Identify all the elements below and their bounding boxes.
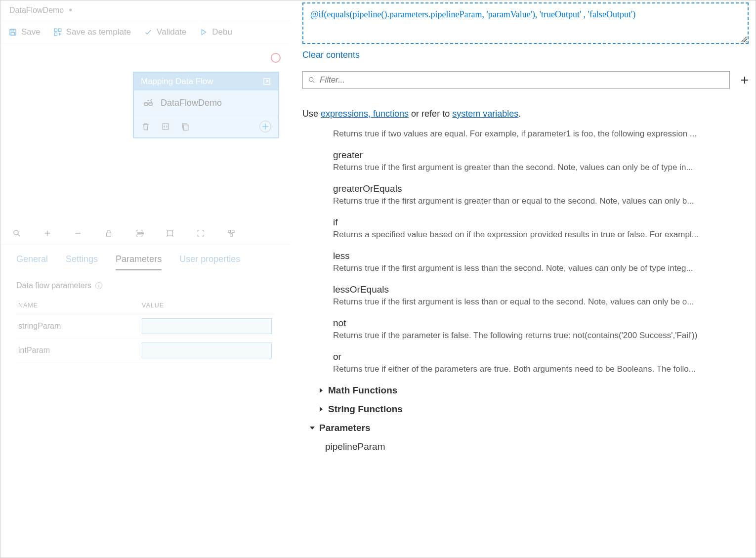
expression-builder-panel: @if(equals(pipeline().parameters.pipelin… [290, 0, 756, 558]
dataflow-params-section: Data flow parameters i NAME VALUE string… [0, 270, 290, 374]
tab-dataflowdemo[interactable]: DataFlowDemo • [0, 0, 81, 20]
parameter-item[interactable]: pipelineParam [325, 441, 739, 452]
params-section-title: Data flow parameters i [16, 281, 274, 290]
list-item[interactable]: not Returns true if the parameter is fal… [333, 318, 739, 341]
tab-title: DataFlowDemo [9, 6, 64, 15]
debug-button[interactable]: Debu [199, 27, 232, 37]
function-list[interactable]: Returns true if two values are equal. Fo… [302, 129, 749, 558]
node-body: DataFlowDemo [134, 90, 278, 115]
table-row: stringParam [16, 314, 274, 339]
save-as-template-button[interactable]: Save as template [53, 27, 131, 37]
canvas-toolbar: 100% [0, 222, 290, 245]
add-output-button[interactable] [259, 121, 271, 132]
tab-bar: DataFlowDemo • [0, 0, 290, 20]
code-icon[interactable] [161, 122, 170, 131]
fullscreen-icon[interactable] [196, 229, 205, 238]
svg-rect-12 [107, 233, 111, 236]
system-variables-link[interactable]: system variables [452, 109, 518, 119]
list-item[interactable]: if Returns a specified value based on if… [333, 217, 739, 240]
list-item: Returns true if two values are equal. Fo… [333, 129, 739, 139]
clear-contents-link[interactable]: Clear contents [302, 50, 749, 60]
svg-rect-2 [11, 32, 15, 35]
filter-box[interactable] [302, 71, 730, 89]
svg-point-11 [14, 230, 18, 235]
svg-text:100%: 100% [137, 232, 144, 235]
hint-text: Use expressions, functions or refer to s… [302, 109, 749, 119]
tab-user-properties[interactable]: User properties [179, 254, 240, 270]
svg-rect-14 [168, 231, 173, 236]
tab-settings[interactable]: Settings [66, 254, 98, 270]
svg-rect-4 [58, 29, 61, 31]
svg-rect-16 [232, 230, 235, 233]
category-string[interactable]: String Functions [318, 404, 739, 415]
zoom-100-icon[interactable]: 100% [135, 229, 144, 238]
copy-icon[interactable] [180, 122, 190, 131]
expression-textarea[interactable]: @if(equals(pipeline().parameters.pipelin… [302, 2, 749, 44]
save-icon [8, 28, 17, 37]
chevron-right-icon [318, 406, 324, 412]
add-button[interactable]: + [741, 72, 749, 88]
col-name: NAME [16, 297, 140, 314]
popout-icon[interactable] [262, 77, 271, 86]
zoom-in-icon[interactable] [43, 229, 52, 238]
node-header: Mapping Data Flow [134, 73, 278, 90]
svg-rect-17 [230, 234, 233, 237]
list-item[interactable]: lessOrEquals Returns true if the first a… [333, 284, 739, 307]
play-icon [199, 28, 208, 37]
dataflow-icon [143, 97, 154, 108]
svg-rect-3 [54, 29, 57, 31]
lock-icon[interactable] [104, 229, 113, 238]
svg-point-8 [149, 104, 152, 106]
save-button[interactable]: Save [8, 27, 41, 37]
svg-rect-1 [11, 29, 14, 31]
svg-rect-5 [54, 33, 57, 35]
params-table: NAME VALUE stringParam intParam [16, 297, 274, 363]
search-icon [308, 76, 316, 84]
tab-parameters[interactable]: Parameters [116, 254, 162, 270]
chevron-right-icon [318, 387, 324, 393]
zoom-out-icon[interactable] [74, 229, 83, 238]
category-parameters[interactable]: Parameters [309, 423, 739, 433]
template-icon [53, 28, 62, 37]
info-icon[interactable]: i [95, 282, 102, 289]
left-panel: DataFlowDemo • Save Save as template Val… [0, 0, 290, 558]
chevron-down-icon [309, 425, 315, 431]
list-item[interactable]: less Returns true if the first argument … [333, 251, 739, 273]
layout-icon[interactable] [227, 229, 236, 238]
dataflow-node[interactable]: Mapping Data Flow DataFlowDemo [133, 72, 279, 138]
resize-handle-icon[interactable] [741, 36, 747, 42]
expressions-functions-link[interactable]: expressions, functions [321, 109, 409, 119]
list-item[interactable]: or Returns true if either of the paramet… [333, 351, 739, 374]
svg-point-18 [309, 78, 313, 82]
delete-icon[interactable] [141, 122, 151, 131]
search-icon[interactable] [12, 229, 21, 238]
validate-button[interactable]: Validate [144, 27, 186, 37]
pipeline-toolbar: Save Save as template Validate Debu [0, 20, 290, 44]
property-tabs: General Settings Parameters User propert… [0, 245, 290, 270]
table-row: intParam [16, 339, 274, 363]
list-item[interactable]: greater Returns true if the first argume… [333, 150, 739, 172]
category-math[interactable]: Math Functions [318, 385, 739, 396]
param-value-input[interactable] [142, 343, 272, 358]
param-value-input[interactable] [142, 318, 272, 334]
pipeline-canvas[interactable]: Mapping Data Flow DataFlowDemo [0, 44, 290, 222]
svg-rect-15 [228, 230, 231, 233]
filter-input[interactable] [320, 75, 724, 85]
unsaved-dot-icon: • [69, 4, 72, 16]
check-icon [144, 28, 153, 37]
fit-icon[interactable] [166, 229, 174, 238]
svg-point-7 [144, 104, 148, 106]
col-value: VALUE [140, 297, 274, 314]
svg-rect-10 [184, 125, 188, 130]
list-item[interactable]: greaterOrEquals Returns true if the firs… [333, 183, 739, 206]
node-footer [134, 115, 278, 137]
tab-general[interactable]: General [16, 254, 48, 270]
status-indicator-icon [271, 53, 281, 63]
